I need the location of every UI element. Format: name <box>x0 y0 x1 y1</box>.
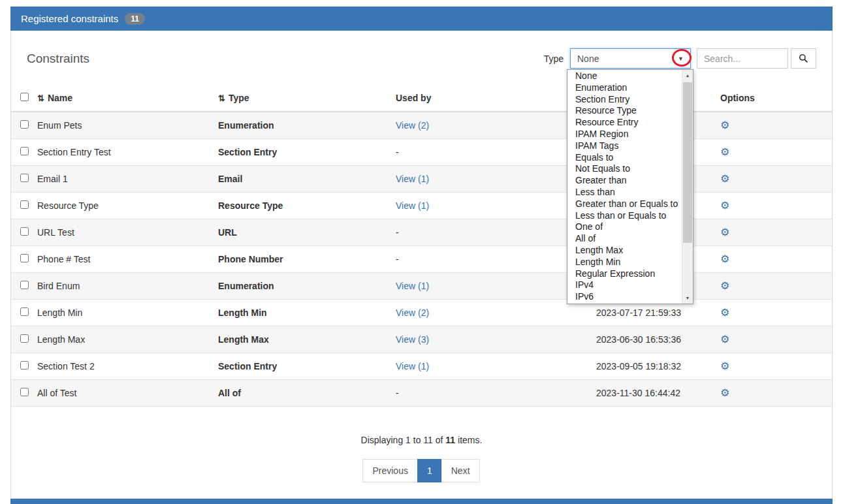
gear-icon[interactable]: ⚙ <box>720 307 729 318</box>
gear-icon[interactable]: ⚙ <box>720 200 729 211</box>
dropdown-option[interactable]: None <box>567 71 682 82</box>
type-filter-label: Type <box>544 54 564 64</box>
column-label: Options <box>720 93 755 103</box>
used-by-link[interactable]: View (3) <box>396 334 429 345</box>
gear-icon[interactable]: ⚙ <box>720 334 729 345</box>
row-used-by: View (2) <box>390 300 591 326</box>
used-by-link[interactable]: View (2) <box>396 120 429 131</box>
row-type: Resource Type <box>213 193 390 219</box>
dropdown-option[interactable]: Greater than <box>567 175 682 187</box>
gear-icon[interactable]: ⚙ <box>720 387 729 398</box>
dropdown-option[interactable]: Not Equals to <box>567 163 682 175</box>
row-name: Email 1 <box>32 166 213 193</box>
row-used-by: - <box>390 246 591 273</box>
table-row: Enum Pets Enumeration View (2) ⚙ <box>11 112 832 139</box>
row-checkbox[interactable] <box>20 334 29 343</box>
scroll-down-arrow[interactable]: ▼ <box>682 292 693 304</box>
dropdown-option[interactable]: Greater than or Equals to <box>567 198 682 210</box>
row-checkbox[interactable] <box>20 254 29 262</box>
gear-icon[interactable]: ⚙ <box>720 227 729 238</box>
dropdown-scrollbar[interactable]: ▲ ▼ <box>682 70 693 304</box>
row-updated: 2023-06-30 16:53:36 <box>591 326 715 353</box>
table-row: Bird Enum Enumeration View (1) ⚙ <box>11 273 832 300</box>
panel-title: Constraints <box>27 52 89 66</box>
type-dropdown-list: NoneEnumerationSection EntryResource Typ… <box>567 70 682 304</box>
search-input[interactable] <box>697 48 788 69</box>
used-by-link[interactable]: View (1) <box>396 281 429 291</box>
gear-icon[interactable]: ⚙ <box>720 253 729 264</box>
row-checkbox[interactable] <box>20 227 29 236</box>
used-by-link[interactable]: View (1) <box>396 361 429 371</box>
row-name: URL Test <box>32 219 213 246</box>
dropdown-option[interactable]: Section Entry <box>567 94 682 106</box>
bottom-bar <box>10 499 833 504</box>
dropdown-option[interactable]: IPv6 <box>567 291 682 303</box>
row-used-by: View (1) <box>390 193 591 219</box>
row-checkbox[interactable] <box>20 388 29 396</box>
pagination-previous[interactable]: Previous <box>362 459 417 482</box>
dropdown-option[interactable]: Less than <box>567 187 682 198</box>
dropdown-option[interactable]: IPv4 <box>567 279 682 291</box>
gear-icon[interactable]: ⚙ <box>720 360 729 371</box>
row-checkbox[interactable] <box>20 147 29 155</box>
type-dropdown: NoneEnumerationSection EntryResource Typ… <box>567 69 693 304</box>
dropdown-option[interactable]: Length Min <box>567 257 682 268</box>
toolbar: Constraints Type None ▼ <box>11 31 832 85</box>
dropdown-option[interactable]: IPAM Tags <box>567 140 682 152</box>
gear-icon[interactable]: ⚙ <box>720 119 729 131</box>
select-all-checkbox[interactable] <box>20 93 29 101</box>
dropdown-option[interactable]: All of <box>567 233 682 245</box>
row-checkbox[interactable] <box>20 361 29 370</box>
constraints-table: ⇅Name ⇅Type Used by Options Enum Pets En… <box>11 85 832 407</box>
pagination-page-1[interactable]: 1 <box>417 459 442 482</box>
gear-icon[interactable]: ⚙ <box>720 146 729 157</box>
table-row: Length Max Length Max View (3) 2023-06-3… <box>11 326 832 353</box>
row-checkbox[interactable] <box>20 120 29 129</box>
search-button[interactable] <box>791 48 816 69</box>
dropdown-option[interactable]: Length Max <box>567 245 682 257</box>
table-row: Resource Type Resource Type View (1) ⚙ <box>11 193 832 219</box>
column-label: Used by <box>396 93 431 103</box>
used-by-link[interactable]: View (2) <box>396 307 429 318</box>
scrollbar-thumb[interactable] <box>683 82 692 243</box>
row-checkbox[interactable] <box>20 200 29 209</box>
used-by-link[interactable]: View (1) <box>396 174 429 184</box>
row-type: Section Entry <box>213 139 390 166</box>
dropdown-option[interactable]: Regular Expression <box>567 268 682 280</box>
row-name: Phone # Test <box>32 246 213 273</box>
type-filter-select[interactable]: None ▼ <box>570 48 691 69</box>
dropdown-option[interactable]: Resource Type <box>567 105 682 117</box>
row-checkbox[interactable] <box>20 281 29 289</box>
row-name: Section Test 2 <box>32 353 213 380</box>
dropdown-option[interactable]: Equals to <box>567 152 682 164</box>
row-checkbox[interactable] <box>20 307 29 316</box>
column-header-type[interactable]: ⇅Type <box>213 85 390 112</box>
row-name: Length Min <box>32 300 213 326</box>
page-header: Registered constraints 11 <box>10 7 833 31</box>
page-title: Registered constraints <box>21 13 118 24</box>
dropdown-option[interactable]: One of <box>567 221 682 233</box>
column-header-options: Options <box>715 85 832 112</box>
page: Registered constraints 11 Constraints Ty… <box>10 7 833 504</box>
table-row: Phone # Test Phone Number - ⚙ <box>11 246 832 273</box>
summary-suffix: items. <box>455 435 482 445</box>
row-checkbox[interactable] <box>20 174 29 182</box>
table-row: Length Min Length Min View (2) 2023-07-1… <box>11 300 832 326</box>
dropdown-option[interactable]: Less than or Equals to <box>567 210 682 222</box>
used-by-link[interactable]: View (1) <box>396 200 429 211</box>
gear-icon[interactable]: ⚙ <box>720 280 729 291</box>
row-type: All of <box>213 380 390 407</box>
dropdown-option[interactable]: Resource Entry <box>567 117 682 129</box>
pagination-next[interactable]: Next <box>441 459 480 482</box>
column-header-used-by: Used by <box>390 85 591 112</box>
row-used-by: - <box>390 219 591 246</box>
table-row: Email 1 Email View (1) ⚙ <box>11 166 832 193</box>
table-row: Section Test 2 Section Entry View (1) 20… <box>11 353 832 380</box>
dropdown-option[interactable]: IPAM Region <box>567 129 682 140</box>
search-icon <box>799 54 808 63</box>
scroll-up-arrow[interactable]: ▲ <box>682 70 693 81</box>
row-type: Phone Number <box>213 246 390 273</box>
column-header-name[interactable]: ⇅Name <box>32 85 213 112</box>
gear-icon[interactable]: ⚙ <box>720 173 729 184</box>
dropdown-option[interactable]: Enumeration <box>567 82 682 94</box>
